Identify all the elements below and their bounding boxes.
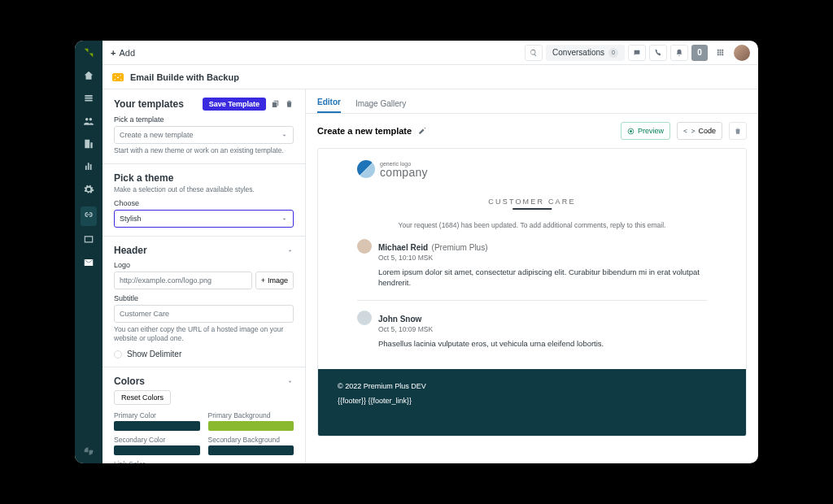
theme-select-value: Stylish bbox=[120, 215, 142, 223]
nav-panel-icon[interactable] bbox=[83, 234, 94, 249]
apps-grid-icon[interactable] bbox=[711, 45, 729, 61]
secondary-bg-swatch[interactable] bbox=[208, 445, 294, 455]
choose-label: Choose bbox=[114, 199, 294, 207]
mail-icon bbox=[112, 73, 124, 81]
editor-toolbar: Create a new template Preview < > Code bbox=[306, 114, 758, 148]
theme-heading: Pick a theme bbox=[114, 172, 294, 184]
message-plan: (Premium Plus) bbox=[432, 243, 488, 252]
footer-vars: {{footer}} {{footer_link}} bbox=[338, 397, 726, 405]
pick-template-label: Pick a template bbox=[114, 115, 294, 124]
add-plus-icon: + bbox=[111, 48, 116, 58]
delete-template-button[interactable] bbox=[729, 122, 747, 140]
tab-editor[interactable]: Editor bbox=[317, 98, 341, 113]
brand-icon bbox=[83, 47, 94, 62]
secondary-color-label: Secondary Color bbox=[114, 436, 200, 444]
pick-template-select[interactable]: Create a new template bbox=[114, 126, 294, 144]
theme-hint: Make a selection out of these available … bbox=[114, 185, 294, 194]
link-color-label: Link Color bbox=[114, 460, 200, 463]
primary-color-label: Primary Color bbox=[114, 411, 200, 419]
pick-template-hint: Start with a new theme or work on an exi… bbox=[114, 146, 294, 155]
message-text: Phasellus lacinia vulputate eros, ut veh… bbox=[378, 338, 707, 350]
reset-colors-button[interactable]: Reset Colors bbox=[114, 390, 171, 405]
primary-bg-swatch[interactable] bbox=[208, 421, 294, 431]
nav-org-icon[interactable] bbox=[83, 138, 94, 153]
page-title: Email Builde with Backup bbox=[130, 72, 239, 82]
header-heading: Header bbox=[114, 245, 147, 256]
chevron-down-icon[interactable] bbox=[286, 247, 294, 254]
colors-heading: Colors bbox=[114, 376, 145, 387]
zendesk-icon bbox=[83, 445, 94, 457]
customer-care-subtitle: CUSTOMER CARE bbox=[488, 198, 575, 210]
editor-title: Create a new template bbox=[317, 126, 412, 136]
company-logo: generic logo company bbox=[357, 160, 707, 178]
chevron-down-icon[interactable] bbox=[286, 378, 294, 385]
nav-people-icon[interactable] bbox=[83, 115, 94, 130]
show-delimiter-label: Show Delimiter bbox=[127, 350, 181, 358]
main-area: + Add Conversations 0 0 Email Builde wit… bbox=[102, 41, 758, 463]
image-upload-button[interactable]: +Image bbox=[255, 272, 294, 289]
nav-list-icon[interactable] bbox=[83, 93, 94, 107]
templates-heading: Your templates bbox=[114, 98, 184, 110]
footer-copyright: © 2022 Premium Plus DEV bbox=[338, 382, 726, 390]
topbar: + Add Conversations 0 0 bbox=[102, 41, 758, 65]
count-box[interactable]: 0 bbox=[691, 45, 708, 61]
nav-mail-icon[interactable] bbox=[83, 257, 94, 272]
phone-icon[interactable] bbox=[649, 45, 667, 61]
message-text: Lorem ipsum dolor sit amet, consectetur … bbox=[378, 267, 707, 289]
copy-icon[interactable] bbox=[271, 99, 280, 110]
logo-company-name: company bbox=[380, 167, 428, 178]
svg-point-1 bbox=[630, 130, 631, 132]
secondary-color-swatch[interactable] bbox=[114, 445, 200, 455]
conversations-count: 0 bbox=[608, 48, 618, 58]
theme-select[interactable]: Stylish bbox=[114, 210, 294, 228]
pick-template-value: Create a new template bbox=[120, 131, 194, 139]
settings-sidebar: Your templates Save Template Pick a temp… bbox=[102, 89, 306, 463]
content-tabs: Editor Image Gallery bbox=[306, 89, 758, 114]
subtitle-input[interactable] bbox=[114, 305, 294, 323]
chat-icon[interactable] bbox=[628, 45, 646, 61]
email-footer: © 2022 Premium Plus DEV {{footer}} {{foo… bbox=[318, 369, 746, 436]
update-notice: Your request (1684) has been updated. To… bbox=[357, 221, 707, 229]
avatar bbox=[357, 239, 372, 254]
nav-home-icon[interactable] bbox=[83, 70, 94, 85]
body: Your templates Save Template Pick a temp… bbox=[102, 89, 758, 463]
message-author: John Snow bbox=[378, 315, 421, 324]
tab-image-gallery[interactable]: Image Gallery bbox=[355, 99, 406, 113]
conversations-label: Conversations bbox=[552, 48, 604, 57]
save-template-button[interactable]: Save Template bbox=[203, 98, 266, 111]
message-date: Oct 5, 10:09 MSK bbox=[378, 325, 707, 333]
app-window: + Add Conversations 0 0 Email Builde wit… bbox=[75, 41, 758, 463]
edit-title-icon[interactable] bbox=[418, 127, 426, 135]
show-delimiter-toggle[interactable]: Show Delimiter bbox=[114, 350, 294, 358]
conversations-pill[interactable]: Conversations 0 bbox=[546, 45, 625, 61]
add-label[interactable]: Add bbox=[119, 48, 135, 58]
code-button[interactable]: < > Code bbox=[677, 122, 722, 140]
left-nav-rail bbox=[75, 41, 102, 463]
primary-color-swatch[interactable] bbox=[114, 421, 200, 431]
page-titlebar: Email Builde with Backup bbox=[102, 65, 758, 89]
nav-analytics-icon[interactable] bbox=[83, 161, 94, 176]
delete-icon[interactable] bbox=[285, 99, 294, 110]
user-avatar[interactable] bbox=[734, 45, 750, 61]
email-preview: generic logo company CUSTOMER CARE Your … bbox=[317, 148, 747, 437]
avatar bbox=[357, 311, 372, 325]
search-icon[interactable] bbox=[525, 45, 543, 61]
primary-bg-label: Primary Background bbox=[208, 411, 294, 419]
logo-url-input[interactable] bbox=[114, 272, 252, 289]
secondary-bg-label: Secondary Background bbox=[208, 436, 294, 444]
preview-button[interactable]: Preview bbox=[621, 122, 670, 140]
bell-icon[interactable] bbox=[670, 45, 688, 61]
nav-settings-icon[interactable] bbox=[83, 184, 94, 198]
message-item: John Snow Oct 5, 10:09 MSK Phasellus lac… bbox=[357, 311, 707, 350]
logo-swirl-icon bbox=[357, 160, 375, 178]
message-author: Michael Reid bbox=[378, 243, 428, 252]
logo-hint: You can either copy the URL of a hosted … bbox=[114, 325, 294, 343]
subtitle-label: Subtitle bbox=[114, 294, 294, 302]
content-pane: Editor Image Gallery Create a new templa… bbox=[306, 89, 758, 463]
message-date: Oct 5, 10:10 MSK bbox=[378, 254, 707, 262]
message-item: Michael Reid (Premium Plus) Oct 5, 10:10… bbox=[357, 239, 707, 289]
logo-label: Logo bbox=[114, 261, 294, 269]
nav-link-icon[interactable] bbox=[81, 206, 97, 226]
radio-icon bbox=[114, 350, 122, 358]
